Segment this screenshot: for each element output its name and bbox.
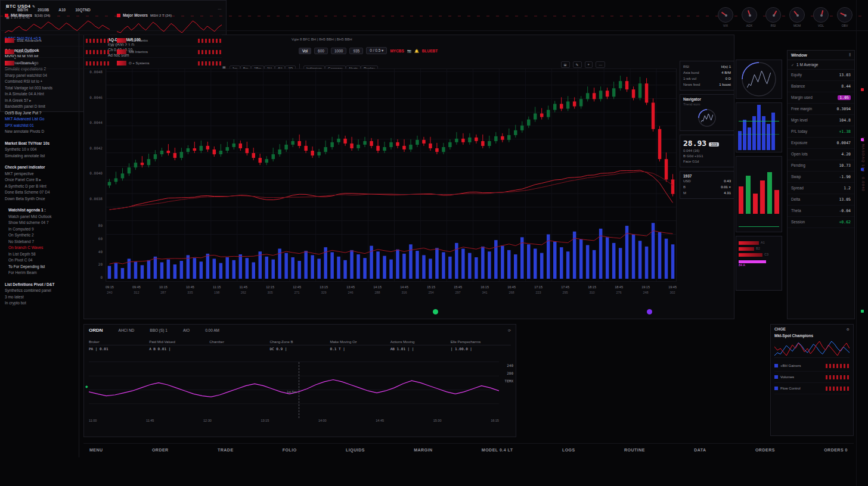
sidebar-item[interactable]: Watch panel Mid Outlook [5, 214, 74, 220]
table-cell[interactable]: PA | 0.01 [89, 345, 149, 352]
sidebar-item[interactable]: For Herim Beam [5, 270, 74, 276]
sidebar-item[interactable]: In List Depth 58 [5, 251, 74, 258]
footer-item[interactable]: ORDER [152, 448, 169, 452]
sidebar-item[interactable]: Bandwidth panel D limit [5, 104, 74, 110]
bell-icon[interactable]: 🔔 [414, 49, 419, 53]
watchlist-row[interactable]: P/L today +1.38 [788, 126, 854, 138]
table-cell[interactable]: A B 0.01 | [149, 345, 209, 352]
bl-head-item[interactable]: AHCI ND [119, 328, 135, 332]
sidebar-item[interactable]: New annotate Pivots D [5, 129, 74, 135]
sidebar-item[interactable]: MKT Advanced List Go [5, 116, 74, 123]
zoom-candles-panel[interactable] [736, 156, 782, 232]
sidebar-item[interactable]: Show Mid scheme 04 7 [5, 220, 74, 226]
sidebar-item[interactable]: SPX watchlist 01 [5, 123, 74, 129]
sidebar-item[interactable]: In A Greek 57 ▸ [5, 98, 74, 104]
sidebar-item[interactable]: A Synthetic D per B Hint [5, 183, 74, 190]
chart-icon-button[interactable]: ⌖ [585, 61, 593, 68]
gear-icon[interactable]: ⚙ [847, 327, 850, 331]
sidebar-item[interactable]: MKT perspective [5, 171, 74, 177]
footer-item[interactable]: ORDERS [755, 448, 775, 452]
depth-row[interactable]: B0.01 × [683, 184, 731, 190]
sidebar-item[interactable]: In A Simulate 04 A Hint [5, 91, 74, 98]
footer-item[interactable]: MENU [89, 448, 103, 452]
bl-head-item[interactable]: 0.00 AM [205, 328, 219, 332]
footer-item[interactable]: ROUTINE [624, 448, 645, 452]
sidebar-item[interactable]: Sharp panel watchlist 04 [5, 73, 74, 79]
mover-row[interactable]: +4 Gainers [5, 58, 110, 69]
champion-row[interactable]: Flow Control [774, 383, 850, 394]
sidebar-item[interactable]: In Computed 9 [5, 226, 74, 233]
edge-marker[interactable] [861, 138, 864, 141]
stat-row[interactable]: Asia bond4 B/M [683, 70, 731, 76]
footer-item[interactable]: MARGIN [414, 448, 432, 452]
table-cell[interactable]: AB 1.01 | | [390, 345, 451, 352]
session-open-marker[interactable] [433, 309, 438, 314]
sliders-icon[interactable]: ⫼ [849, 53, 851, 57]
mover-row[interactable]: Md Interim [5, 46, 110, 58]
chart-icon-button[interactable]: ⋯ [596, 61, 605, 68]
watchlist-row[interactable]: Theta -0.04 [788, 205, 854, 217]
sidebar-item[interactable]: Check panel indicator [5, 164, 74, 171]
sidebar-item[interactable]: In crypto bot [5, 300, 74, 307]
edge-marker[interactable] [861, 168, 864, 171]
interval-dropdown[interactable]: 0 / 0.5 ▾ [366, 47, 387, 54]
watchlist-filter-row[interactable]: ✓ 1 M Average [788, 60, 854, 70]
stat-row[interactable]: News feed1 boost [683, 82, 731, 88]
sidebar-item[interactable]: On Synthetic 2 [5, 232, 74, 239]
sidebar-item[interactable]: Simulating annotate list [5, 153, 74, 160]
preset-1000-button[interactable]: 1000 [331, 48, 346, 54]
sidebar-item[interactable]: On Pivot C 04 [5, 257, 74, 264]
refresh-icon[interactable]: ⟳ [508, 328, 511, 332]
sidebar-item[interactable]: On branch C Waves [5, 245, 74, 251]
sidebar-item[interactable]: Down Beta Synth Once [5, 196, 74, 202]
footer-item[interactable]: LIQUIDS [346, 448, 365, 452]
sidebar-item[interactable]: Synthetics combined panel [5, 288, 74, 294]
sidebar-item[interactable]: 3 mo latest [5, 294, 74, 301]
watchlist-row[interactable]: Free margin 0.3094 [788, 104, 854, 115]
sidebar-item[interactable]: Market Beat TV/Year 10s [5, 141, 74, 147]
watchlist-row[interactable]: Open lots 4.20 [788, 149, 854, 160]
mover-row[interactable]: SSE Advancers [5, 35, 110, 46]
footer-item[interactable]: LOGS [562, 448, 575, 452]
champion-row[interactable]: Volumes [774, 372, 850, 383]
watchlist-row[interactable]: Delta 13.05 [788, 194, 854, 205]
sidebar-item[interactable]: Synthetic 10 x 004 [5, 147, 74, 153]
sidebar-item[interactable]: Once Panel Core B ▸ [5, 177, 74, 183]
footer-item[interactable]: MODEL 0.4 LT [482, 448, 513, 452]
footer-item[interactable]: TRADE [218, 448, 234, 452]
chart-icon-button[interactable]: ⊞ [561, 61, 570, 68]
mover-row[interactable]: O + Systems [117, 58, 222, 69]
stat-row[interactable]: 1-wk vol0 D [683, 76, 731, 82]
watchlist-row[interactable]: Session +0.62 [788, 217, 854, 228]
watchlist-row[interactable]: Mgn level 104.8 [788, 115, 854, 126]
stat-row[interactable]: RSIH(s) 1 [683, 64, 731, 70]
watchlist-row[interactable]: Equity 13.03 [788, 70, 854, 81]
heatmap-panel[interactable]: A1 B2 C3 84 A [736, 236, 782, 291]
sidebar-item[interactable]: List Definitions Pivot / D&T [5, 282, 74, 288]
footer-item[interactable]: DATA [694, 448, 706, 452]
camera-icon[interactable]: 📷 [407, 49, 412, 53]
watchlist-row[interactable]: Exposure 0.0047 [788, 138, 854, 149]
chart-icon-button[interactable]: ✎ [573, 61, 582, 68]
champion-row[interactable]: +BH Gainers [774, 360, 850, 372]
vol-button[interactable]: Vol [299, 48, 311, 54]
table-cell[interactable]: DC 0.9 | [269, 345, 330, 352]
watchlist-row[interactable]: Balance 8.44 [788, 81, 854, 92]
session-close-marker[interactable] [647, 309, 652, 314]
sidebar-item[interactable]: Watchlist agenda 1 : [5, 207, 74, 214]
mover-row[interactable]: MB Interims [117, 46, 222, 58]
depth-row[interactable]: USD0.43 [683, 178, 731, 184]
table-cell[interactable]: 0.1 T | [330, 345, 390, 352]
candlestick-chart[interactable] [106, 68, 677, 282]
sidebar-item[interactable]: Done Beta Scheme 07 D4 [5, 189, 74, 196]
watchlist-row[interactable]: Swap -1.90 [788, 172, 854, 183]
sidebar-item[interactable]: To For Depending list [5, 264, 74, 270]
bl-head-item[interactable]: AIO [183, 328, 190, 332]
oscillator-chart[interactable] [89, 362, 499, 418]
sidebar-item[interactable]: Total Vantage lot 003 bands [5, 85, 74, 92]
watchlist-row[interactable]: Pending 10.73 [788, 160, 854, 172]
table-cell[interactable]: | 1.00.0 | [451, 345, 511, 352]
footer-item[interactable]: FOLIO [283, 448, 297, 452]
preset-600-button[interactable]: 600 [314, 48, 328, 54]
sidebar-item[interactable]: Combined RSI lot lo + [5, 79, 74, 85]
